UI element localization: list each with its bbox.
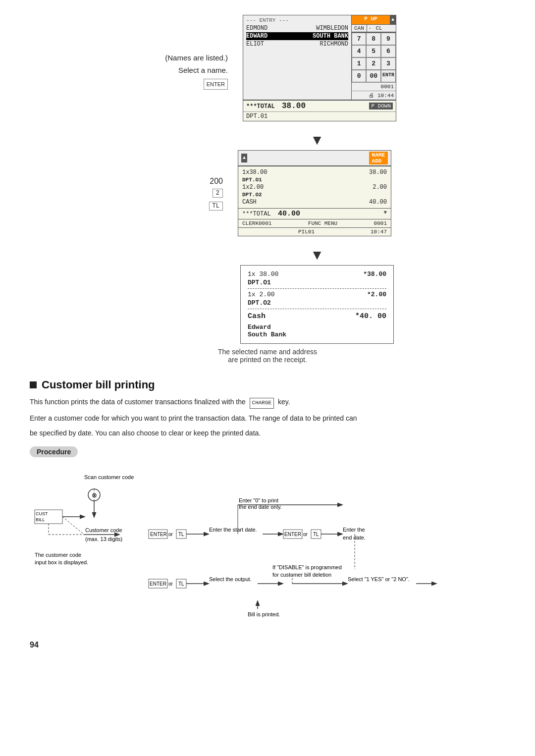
total-label: ***TOTAL 38.00 — [246, 102, 306, 110]
left-labels-first: (Names are listed.) Select a name. ENTER — [139, 15, 228, 121]
panel2-row-1: 1x38.00 38.00 — [242, 168, 387, 176]
cust-bill-text1: CUST — [36, 511, 48, 516]
panel2-time: 10:47 — [371, 229, 387, 235]
total-arrow-down: ▼ — [383, 210, 387, 218]
receipt-area: 1x 38.00 *38.00 DPT.O1 1x 2.00 *2.00 DPT… — [129, 265, 505, 344]
entry-label: --- ENTRY --- — [246, 16, 348, 24]
or-text-3: or — [168, 581, 173, 587]
names-listed-text: (Names are listed.) — [165, 52, 228, 64]
enter-end-sub-text: end date. — [343, 535, 366, 540]
receipt-no-row: 0001 — [352, 82, 396, 91]
dot-sep: · — [367, 25, 374, 32]
name-last-southbank: SOUTH BANK — [313, 33, 348, 40]
input-box-label-text: The customer code — [35, 552, 81, 558]
panel2-header: ▲ NAME ADD — [238, 151, 391, 166]
key-5: 5 — [366, 45, 381, 57]
name-first-edmond: EDMOND — [246, 25, 268, 32]
section-header: Customer bill printing — [30, 378, 505, 391]
time-row: 🖨 10:44 — [352, 91, 396, 100]
cash-amt: *40. 00 — [355, 312, 386, 321]
key-entr: ENTR — [381, 70, 396, 82]
bottom-caption: The selected name and address are printe… — [30, 348, 505, 364]
name-first-edward: EDWARD — [246, 33, 268, 40]
cl-btn: CL — [373, 25, 384, 32]
name-row-edward: EDWARD SOUTH BANK — [246, 32, 348, 40]
tl-box-container: TL — [209, 201, 223, 210]
p-down-bar: P DOWN — [369, 103, 393, 109]
register-screen-panel2: ▲ NAME ADD 1x38.00 38.00 DPT.O1 1 — [238, 150, 391, 236]
or-text-2: or — [303, 532, 308, 537]
key-8: 8 — [366, 33, 381, 45]
panel1-time: 10:44 — [377, 93, 394, 99]
can-cl-row: CAN · CL — [352, 25, 396, 32]
panel2-body: 1x38.00 38.00 DPT.O1 1x2.00 2.00 DPT.O2 … — [238, 166, 391, 208]
customer-bill-section: Customer bill printing This function pri… — [30, 378, 505, 631]
panel2-row-cash: CASH 40.00 — [242, 198, 387, 206]
receipt-row-1: 1x 38.00 *38.00 — [248, 270, 386, 278]
receipt-customer-name: Edward South Bank — [248, 324, 386, 338]
key-1: 1 — [352, 57, 366, 70]
receipt-dept-2: DPT.O2 — [248, 299, 386, 307]
dashed-line-1 — [62, 517, 84, 535]
name-row-edmond: EDMOND WIMBLEDON — [246, 24, 348, 32]
arrow1-container: ▼ — [129, 130, 505, 150]
can-btn: CAN — [352, 25, 367, 32]
panel2-dept-1: DPT.O1 — [242, 176, 387, 183]
body-text-3: be specified by date. You can also choos… — [30, 428, 505, 438]
panel2-status2: PIL01 10:47 — [238, 227, 391, 236]
panel1-keypad: P UP ▲ CAN · CL 7 8 9 4 5 6 — [351, 15, 396, 100]
enter-0-sub-text: the end date only. — [239, 504, 282, 510]
key-0: 0 — [352, 70, 366, 82]
key-6: 6 — [381, 45, 396, 57]
input-box-sub-text: input box is displayed. — [35, 559, 88, 565]
num-200: 200 — [210, 177, 223, 186]
receipt-dept-label-1: DPT.O1 — [248, 279, 271, 286]
dpt-row: DPT.01 — [243, 111, 396, 121]
cash-label: Cash — [248, 312, 266, 321]
receipt-dept-1: DPT.O1 — [248, 279, 386, 286]
keypad-grid: 7 8 9 4 5 6 1 2 3 0 00 ENTR — [352, 32, 396, 82]
receipt-amt-2: *2.00 — [367, 291, 386, 298]
receipt-qty-2: 1x 2.00 — [248, 291, 275, 298]
if-disable-text: If "DISABLE" is programmed — [272, 564, 342, 570]
arrow-down-1: ▼ — [310, 133, 324, 147]
enter-text-2: ENTER — [284, 532, 301, 537]
enter-0-label-text: Enter "0" to print — [239, 497, 278, 503]
receipt-row-2: 1x 2.00 *2.00 — [248, 291, 386, 298]
procedure-badge: Procedure — [30, 446, 78, 457]
keypad-top-bar: P UP ▲ — [352, 15, 396, 25]
panel2-row-2: 1x2.00 2.00 — [242, 183, 387, 191]
bill-printed-text: Bill is printed. — [248, 611, 280, 617]
select-output-text: Select the output. — [209, 576, 252, 582]
arrow-indicator2: ▲ — [241, 154, 247, 162]
key-9: 9 — [381, 33, 396, 45]
section-title: Customer bill printing — [42, 378, 155, 391]
key-2: 2 — [366, 57, 381, 70]
select-yesno-text: Select "1 YES" or "2 NO". — [348, 576, 410, 582]
scan-label: Scan customer code — [84, 474, 134, 480]
name-first-eliot: ELIOT — [246, 41, 264, 48]
receipt-qty-1: 1x 38.00 — [248, 270, 278, 278]
enter-btn-label: ENTER — [204, 79, 228, 90]
or-text-1: or — [168, 532, 173, 537]
name-last-wimbledon: WIMBLEDON — [316, 25, 348, 32]
receipt-no: 0001 — [381, 84, 394, 90]
enter-text-3: ENTER — [150, 581, 166, 587]
name-add-btn: NAME ADD — [369, 152, 388, 164]
clerk-label: CLERK0001 — [242, 220, 271, 226]
pil-label: PIL01 — [298, 229, 315, 235]
receipt-divider-1 — [248, 288, 386, 289]
panel2-dept-2: DPT.O2 — [242, 191, 387, 198]
arrow-down-2: ▼ — [310, 248, 324, 262]
for-customer-text: for customer bill deletion — [272, 572, 331, 578]
flowchart-area: Scan customer code ⊗ CUST BILL Customer … — [30, 470, 505, 631]
second-register-area: 200 2 TL ▲ NAME ADD — [30, 150, 505, 236]
caption-line1: The selected name and address — [30, 348, 505, 356]
tl-key-box: TL — [209, 202, 223, 211]
customer-code-label-text: Customer code — [85, 527, 122, 533]
arrow-indicator: ▲ — [390, 15, 396, 24]
key-2-box: 2 — [213, 189, 223, 198]
customer-code-sub-text: (max. 13 digits) — [85, 536, 122, 542]
panel1-footer: ***TOTAL 38.00 P DOWN — [243, 100, 396, 111]
key-7: 7 — [352, 33, 366, 45]
